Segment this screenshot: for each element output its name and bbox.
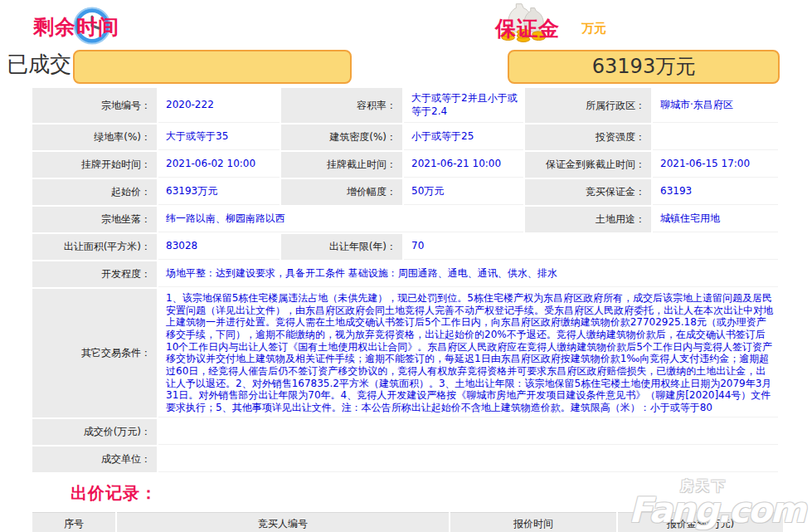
area-label: 出让面积(平方米)：: [32, 234, 157, 260]
land-use-value: 城镇住宅用地: [653, 207, 778, 232]
info-row-other-conditions: 其它交易条件： 1、该宗地保留5栋住宅楼属违法占地（未供先建），现已处罚到位。5…: [32, 289, 778, 417]
deal-price-value: [158, 419, 778, 445]
info-row-location: 宗地坐落： 纬一路以南、柳园南路以西 土地用途： 城镇住宅用地: [32, 207, 778, 232]
area-value: 83028: [158, 234, 280, 260]
increment-value: 50万元: [404, 179, 523, 205]
info-row-deal-unit: 成交单位：: [32, 447, 778, 472]
starting-price-value: 63193万元: [158, 179, 280, 205]
listing-end-label: 挂牌截止时间：: [281, 152, 402, 178]
starting-price-label: 起始价：: [32, 179, 157, 205]
bid-deposit-label: 竞买保证金：: [525, 179, 651, 205]
other-conditions-value: 1、该宗地保留5栋住宅楼属违法占地（未供先建），现已处罚到位。5栋住宅楼产权为东…: [158, 289, 778, 417]
parcel-id-value: 2020-222: [158, 88, 280, 123]
other-conditions-label: 其它交易条件：: [32, 289, 157, 417]
remaining-time-label: 剩余时间: [33, 13, 119, 41]
countdown-display-box: [73, 50, 352, 84]
building-density-value: 小于或等于25: [404, 124, 523, 150]
location-value: 纬一路以南、柳园南路以西: [158, 207, 523, 232]
land-use-label: 土地用途：: [525, 207, 651, 232]
info-row-deal-price: 成交价(万元)：: [32, 419, 778, 445]
investment-intensity-value: [653, 124, 778, 150]
tenure-label: 出让年限(年)：: [281, 234, 402, 260]
plot-ratio-value: 大于或等于2并且小于或等于2.4: [404, 88, 523, 123]
parcel-id-label: 宗地编号：: [32, 88, 157, 123]
tenure-value: 70: [404, 234, 778, 260]
info-row-parcel: 宗地编号： 2020-222 容积率： 大于或等于2并且小于或等于2.4 所属行…: [32, 88, 778, 123]
bid-time-header: 报价时间: [450, 512, 616, 532]
listing-start-value: 2021-06-02 10:00: [158, 152, 280, 178]
transaction-status-text: 已成交: [7, 50, 71, 79]
land-auction-page: 剩余时间 保证金 万元 已成交 63193万元: [0, 0, 812, 532]
development-label: 开发程度：: [32, 261, 157, 287]
listing-end-value: 2021-06-21 10:00: [404, 152, 523, 178]
deposit-unit-label: 万元: [581, 21, 606, 37]
greening-rate-label: 绿地率(%)：: [32, 124, 157, 150]
greening-rate-value: 大于或等于35: [158, 124, 280, 150]
increment-label: 增价幅度：: [281, 179, 402, 205]
bid-seq-header: 序号: [32, 512, 115, 532]
info-row-area: 出让面积(平方米)： 83028 出让年限(年)： 70: [32, 234, 778, 260]
info-row-listing-time: 挂牌开始时间： 2021-06-02 10:00 挂牌截止时间： 2021-06…: [32, 152, 778, 178]
deposit-deadline-value: 2021-06-15 17:00: [653, 152, 778, 178]
deal-unit-label: 成交单位：: [32, 447, 157, 472]
investment-intensity-label: 投资强度：: [525, 124, 651, 150]
deposit-amount-box: 63193万元: [508, 50, 780, 84]
land-info-table: 宗地编号： 2020-222 容积率： 大于或等于2并且小于或等于2.4 所属行…: [31, 86, 780, 474]
deal-price-label: 成交价(万元)：: [32, 419, 157, 445]
district-value: 聊城市·东昌府区: [653, 88, 778, 123]
deal-unit-value: [158, 447, 778, 472]
info-row-greening: 绿地率(%)： 大于或等于35 建筑密度(%)： 小于或等于25 投资强度：: [32, 124, 778, 150]
info-row-development: 开发程度： 场地平整：达到建设要求，具备开工条件 基础设施：周围通路、通电、通讯…: [32, 261, 778, 287]
plot-ratio-label: 容积率：: [281, 88, 402, 123]
deposit-label: 保证金: [495, 15, 560, 42]
deposit-deadline-label: 保证金到账截止时间：: [525, 152, 651, 178]
listing-start-label: 挂牌开始时间：: [32, 152, 157, 178]
bid-deposit-value: 63193: [653, 179, 778, 205]
location-label: 宗地坐落：: [32, 207, 157, 232]
fang-logo-en-text: Fang.com: [629, 490, 805, 530]
page-header: 剩余时间 保证金 万元 已成交 63193万元: [0, 0, 812, 86]
info-row-price: 起始价： 63193万元 增价幅度： 50万元 竞买保证金： 63193: [32, 179, 778, 205]
building-density-label: 建筑密度(%)：: [281, 124, 402, 150]
fang-logo-cn-text: 房天下: [680, 478, 727, 495]
district-label: 所属行政区：: [525, 88, 651, 123]
bidder-id-header: 竞买人编号: [117, 512, 449, 532]
fang-watermark-logo: Fang.com 房天下: [629, 481, 807, 532]
development-value: 场地平整：达到建设要求，具备开工条件 基础设施：周围通路、通电、通讯、供水、排水: [158, 261, 778, 287]
